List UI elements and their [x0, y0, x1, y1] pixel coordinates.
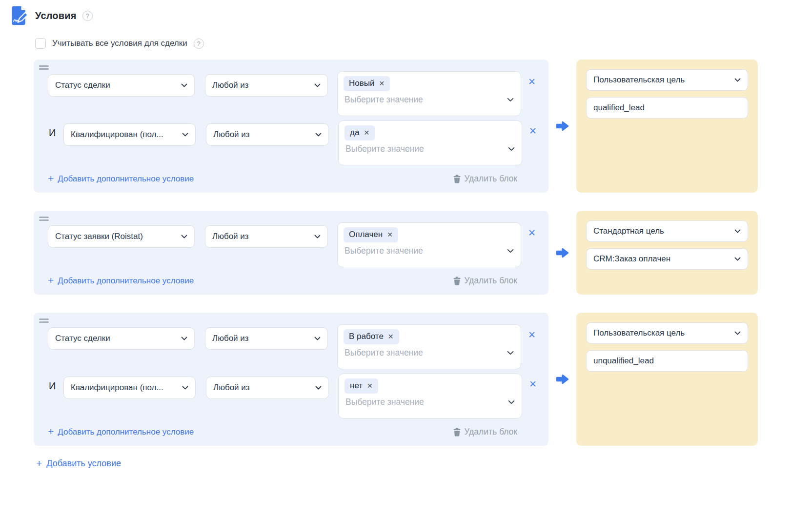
operator-select-value: Любой из — [212, 232, 249, 241]
value-placeholder: Выберите значение — [345, 348, 423, 358]
operator-select-value: Любой из — [213, 383, 250, 393]
value-tag-label: Оплачен — [349, 230, 383, 239]
operator-select-value: Любой из — [212, 334, 249, 343]
arrow-right-icon — [555, 119, 570, 133]
field-select[interactable]: Статус заявки (Roistat) — [48, 225, 195, 248]
field-select[interactable]: Квалифицирован (пол... — [63, 123, 196, 146]
goal-type-select[interactable]: Пользовательская цель — [586, 322, 748, 344]
chevron-down-icon — [734, 229, 741, 233]
all-conditions-label: Учитывать все условия для сделки — [52, 39, 187, 48]
condition-row: И Квалифицирован (пол... Любой из да ✕ В… — [48, 120, 537, 165]
field-select[interactable]: Квалифицирован (пол... — [63, 377, 196, 399]
goal-panel: Пользовательская цель unqualified_lead — [576, 313, 758, 446]
add-sub-condition-link[interactable]: + Добавить дополнительное условие — [48, 174, 194, 184]
value-multiselect[interactable]: В работе ✕ Выберите значение — [337, 324, 521, 369]
value-tag: В работе ✕ — [344, 329, 399, 344]
chevron-down-icon — [734, 257, 741, 261]
chevron-down-icon — [181, 235, 187, 239]
condition-row: Статус заявки (Roistat) Любой из Оплачен… — [48, 222, 537, 267]
chevron-down-icon — [314, 235, 321, 239]
condition-block: Статус сделки Любой из Новый ✕ Выберите … — [34, 60, 548, 193]
remove-condition-icon[interactable]: ✕ — [528, 228, 536, 238]
remove-tag-icon[interactable]: ✕ — [387, 231, 393, 239]
field-select[interactable]: Статус сделки — [48, 74, 195, 97]
operator-select[interactable]: Любой из — [206, 377, 329, 399]
remove-tag-icon[interactable]: ✕ — [379, 80, 385, 87]
goal-value-input[interactable]: qualified_lead — [586, 97, 748, 119]
delete-block-button[interactable]: Удалить блок — [453, 276, 517, 286]
chevron-down-icon — [507, 351, 514, 355]
chevron-down-icon — [181, 83, 187, 87]
chevron-down-icon — [734, 331, 741, 335]
remove-condition-icon[interactable]: ✕ — [528, 330, 536, 339]
field-select[interactable]: Статус сделки — [48, 327, 195, 350]
add-sub-condition-link[interactable]: + Добавить дополнительное условие — [48, 276, 194, 286]
condition-row: Статус сделки Любой из Новый ✕ Выберите … — [48, 71, 537, 116]
remove-condition-icon[interactable]: ✕ — [529, 126, 537, 136]
add-sub-condition-link[interactable]: + Добавить дополнительное условие — [48, 427, 194, 437]
chevron-down-icon — [734, 78, 741, 82]
remove-condition-icon[interactable]: ✕ — [529, 379, 537, 389]
operator-select-value: Любой из — [213, 130, 250, 139]
chevron-down-icon — [508, 400, 515, 404]
chevron-down-icon — [314, 83, 321, 87]
chevron-down-icon — [507, 249, 514, 253]
operator-select[interactable]: Любой из — [205, 225, 328, 248]
operator-select[interactable]: Любой из — [206, 123, 329, 146]
remove-tag-icon[interactable]: ✕ — [388, 333, 394, 340]
value-placeholder-row: Выберите значение — [344, 95, 514, 105]
value-placeholder: Выберите значение — [345, 95, 423, 105]
chevron-down-icon — [507, 98, 514, 102]
help-icon[interactable]: ? — [82, 11, 93, 21]
drag-handle-icon[interactable] — [39, 317, 49, 323]
help-icon[interactable]: ? — [194, 39, 204, 49]
rule-row: Статус сделки Любой из В работе ✕ Выбери… — [34, 313, 812, 446]
add-sub-condition-label: Добавить дополнительное условие — [58, 276, 194, 286]
drag-handle-icon[interactable] — [39, 215, 49, 221]
condition-block: Статус заявки (Roistat) Любой из Оплачен… — [34, 211, 548, 295]
goal-type-select[interactable]: Стандартная цель — [586, 220, 748, 242]
value-tag-label: да — [350, 128, 359, 138]
all-conditions-row: Учитывать все условия для сделки ? — [35, 38, 812, 49]
conditions-page: Условия ? Учитывать все условия для сдел… — [0, 0, 812, 469]
arrow-cell — [548, 60, 576, 193]
value-multiselect[interactable]: да ✕ Выберите значение — [338, 120, 522, 165]
value-multiselect[interactable]: нет ✕ Выберите значение — [338, 374, 522, 418]
operator-select[interactable]: Любой из — [205, 327, 328, 350]
goal-value-input[interactable]: unqualified_lead — [586, 350, 748, 372]
add-condition-link[interactable]: + Добавить условие — [36, 458, 121, 469]
chevron-down-icon — [315, 386, 322, 390]
drag-handle-icon[interactable] — [39, 64, 49, 70]
page-title: Условия — [35, 10, 77, 21]
condition-row: Статус сделки Любой из В работе ✕ Выбери… — [48, 324, 537, 369]
goal-value-text: qualified_lead — [593, 103, 645, 113]
remove-condition-icon[interactable]: ✕ — [528, 77, 536, 86]
delete-block-button[interactable]: Удалить блок — [453, 174, 517, 184]
value-multiselect[interactable]: Новый ✕ Выберите значение — [337, 71, 521, 116]
value-multiselect[interactable]: Оплачен ✕ Выберите значение — [337, 222, 521, 267]
goal-type-select[interactable]: Пользовательская цель — [586, 69, 748, 91]
field-select-value: Статус сделки — [55, 334, 110, 343]
goal-type-value: Стандартная цель — [593, 226, 664, 236]
and-label: И — [49, 127, 60, 139]
field-select-value: Квалифицирован (пол... — [71, 383, 163, 393]
value-placeholder: Выберите значение — [345, 397, 424, 407]
remove-tag-icon[interactable]: ✕ — [367, 382, 373, 390]
all-conditions-checkbox[interactable] — [35, 38, 46, 49]
plus-icon: + — [48, 173, 54, 183]
rule-row: Статус заявки (Roistat) Любой из Оплачен… — [34, 211, 812, 295]
add-sub-condition-label: Добавить дополнительное условие — [58, 174, 194, 184]
chevron-down-icon — [508, 147, 515, 151]
chevron-down-icon — [314, 337, 321, 340]
arrow-right-icon — [555, 246, 570, 259]
chevron-down-icon — [181, 337, 187, 340]
condition-block: Статус сделки Любой из В работе ✕ Выбери… — [34, 313, 548, 446]
delete-block-button[interactable]: Удалить блок — [453, 427, 517, 437]
goal-type-value: Пользовательская цель — [593, 328, 685, 338]
page-header: Условия ? — [8, 4, 812, 27]
goal-value-select[interactable]: CRM:Заказ оплачен — [586, 248, 748, 270]
remove-tag-icon[interactable]: ✕ — [364, 129, 369, 137]
value-tag: да ✕ — [345, 125, 375, 140]
chevron-down-icon — [182, 386, 188, 390]
operator-select[interactable]: Любой из — [205, 74, 328, 97]
